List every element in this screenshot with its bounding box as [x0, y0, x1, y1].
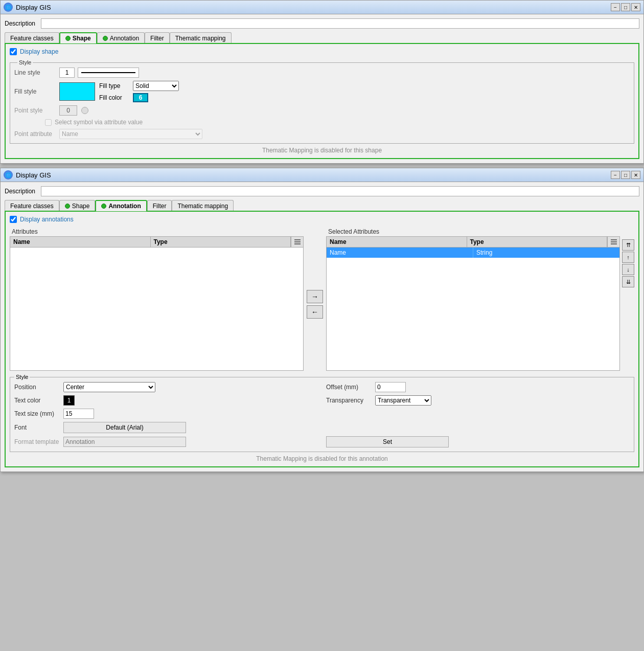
- line-style-value: [59, 68, 139, 78]
- text-size-item: Text size (mm): [14, 409, 318, 419]
- title-buttons-2: − □ ✕: [611, 171, 640, 179]
- transparency-item: Transparency Transparent Opaque: [326, 395, 630, 406]
- tab-filter-label-2: Filter: [153, 203, 167, 210]
- app-icon-1: 🌐: [4, 3, 13, 12]
- sel-attr-row-name[interactable]: Name String: [327, 248, 619, 258]
- annotation-style-fieldset: Style Position Center Left Right Top Bot…: [10, 374, 634, 452]
- point-style-input[interactable]: [59, 105, 77, 116]
- shape-indicator-2: [65, 204, 70, 209]
- fill-type-select[interactable]: Solid None Hatched: [133, 81, 179, 91]
- display-shape-checkbox[interactable]: [10, 48, 17, 55]
- font-item: Font Default (Arial): [14, 422, 318, 433]
- attributes-panel: Attributes Name Type: [10, 227, 304, 371]
- fill-color-row: Fill color 6: [99, 93, 179, 102]
- tabs-2: Feature classes Shape Annotation Filter …: [5, 199, 639, 211]
- thematic-msg-2: Thematic Mapping is disabled for this an…: [10, 455, 634, 462]
- empty-grid-cell-2: [326, 422, 630, 433]
- transparency-select[interactable]: Transparent Opaque: [375, 395, 431, 406]
- fill-style-row: Fill style Fill type Solid None Hatched: [14, 81, 630, 102]
- attr-icon-col: [291, 237, 303, 247]
- fill-color-label: Fill color: [99, 94, 130, 101]
- title-bar-left-2: 🌐 Display GIS: [4, 170, 51, 179]
- reorder-buttons: ⇈ ↑ ↓ ⇊: [622, 227, 634, 371]
- style-grid: Position Center Left Right Top Bottom Of…: [14, 382, 630, 447]
- fill-style-label: Fill style: [14, 88, 55, 95]
- description-input-2[interactable]: [41, 186, 639, 196]
- attr-type-col: Type: [151, 237, 291, 247]
- position-item: Position Center Left Right Top Bottom: [14, 382, 318, 392]
- title-buttons-1: − □ ✕: [611, 3, 640, 11]
- text-size-input[interactable]: [63, 409, 94, 419]
- tab-thematic-1[interactable]: Thematic mapping: [170, 32, 232, 43]
- reorder-bottom-btn[interactable]: ⇊: [622, 276, 634, 287]
- tab-shape-2[interactable]: Shape: [59, 200, 96, 211]
- tab-filter-1[interactable]: Filter: [145, 32, 170, 43]
- text-color-item: Text color 1: [14, 395, 318, 406]
- restore-button-2[interactable]: □: [621, 171, 630, 179]
- description-row-1: Description: [5, 18, 639, 29]
- window-content-2: Description Feature classes Shape Annota…: [1, 182, 643, 472]
- text-size-label: Text size (mm): [14, 410, 60, 417]
- description-input-1[interactable]: [41, 18, 639, 29]
- line-style-input[interactable]: [59, 68, 75, 78]
- tab-shape-1[interactable]: Shape: [59, 32, 97, 43]
- set-button[interactable]: Set: [326, 436, 449, 447]
- transfer-right-btn[interactable]: →: [307, 290, 323, 303]
- annotation-style-legend: Style: [14, 374, 30, 380]
- point-style-label: Point style: [14, 107, 55, 114]
- point-attr-select[interactable]: Name: [59, 129, 202, 139]
- tab-feature-classes-label-2: Feature classes: [10, 203, 54, 210]
- transfer-left-btn[interactable]: ←: [307, 305, 323, 319]
- offset-input[interactable]: [375, 382, 406, 392]
- format-template-input[interactable]: [63, 437, 186, 447]
- transfer-buttons: → ←: [306, 227, 324, 371]
- tab-annotation-2[interactable]: Annotation: [95, 200, 147, 211]
- tab-annotation-1[interactable]: Annotation: [97, 32, 145, 43]
- attributes-section: Attributes Name Type: [10, 227, 634, 371]
- display-annotations-checkbox[interactable]: [10, 216, 17, 223]
- fill-color-value: 6: [133, 93, 148, 102]
- set-item: Set: [326, 436, 630, 447]
- attr-body[interactable]: [10, 248, 303, 370]
- reorder-down-btn[interactable]: ↓: [622, 264, 634, 275]
- attr-header: Name Type: [10, 237, 303, 248]
- title-bar-1: 🌐 Display GIS − □ ✕: [1, 1, 643, 14]
- svg-rect-4: [611, 241, 617, 242]
- line-solid: [81, 72, 135, 73]
- description-label-2: Description: [5, 188, 38, 195]
- shape-indicator-1: [65, 36, 71, 41]
- close-button-2[interactable]: ✕: [631, 171, 640, 179]
- window-title-1: Display GIS: [16, 4, 51, 11]
- minimize-button-1[interactable]: −: [611, 3, 620, 11]
- tab-content-annotation: Display annotations Attributes Name Type: [5, 211, 639, 467]
- restore-button-1[interactable]: □: [621, 3, 630, 11]
- display-shape-row: Display shape: [10, 48, 634, 55]
- window-1: 🌐 Display GIS − □ ✕ Description Feature …: [0, 0, 644, 164]
- fill-color-box: [59, 82, 95, 101]
- position-select[interactable]: Center Left Right Top Bottom: [63, 382, 155, 392]
- reorder-top-btn[interactable]: ⇈: [622, 239, 634, 251]
- close-button-1[interactable]: ✕: [631, 3, 640, 11]
- text-color-box[interactable]: 1: [63, 395, 75, 406]
- tab-thematic-2[interactable]: Thematic mapping: [172, 200, 234, 211]
- sel-attr-sort-icon: [610, 238, 617, 245]
- tab-feature-classes-1[interactable]: Feature classes: [5, 32, 59, 43]
- tab-feature-classes-2[interactable]: Feature classes: [5, 200, 59, 211]
- title-bar-2: 🌐 Display GIS − □ ✕: [1, 168, 643, 182]
- attr-sort-icon: [294, 238, 301, 245]
- tab-filter-2[interactable]: Filter: [147, 200, 172, 211]
- reorder-up-btn[interactable]: ↑: [622, 252, 634, 263]
- select-symbol-label: Select symbol via attribute value: [55, 119, 143, 126]
- style-fieldset: Style Line style Fill style: [10, 59, 634, 144]
- fill-type-label: Fill type: [99, 82, 130, 89]
- minimize-button-2[interactable]: −: [611, 171, 620, 179]
- tab-shape-label-1: Shape: [73, 35, 91, 42]
- svg-rect-2: [294, 243, 301, 244]
- empty-grid-cell: [326, 409, 630, 419]
- line-style-row: Line style: [14, 68, 630, 78]
- font-button[interactable]: Default (Arial): [63, 422, 186, 433]
- select-symbol-checkbox[interactable]: [45, 119, 52, 126]
- format-template-item: Format template: [14, 436, 318, 447]
- fill-type-section: Fill type Solid None Hatched Fill color: [99, 81, 179, 102]
- sel-attr-body[interactable]: Name String: [327, 248, 619, 370]
